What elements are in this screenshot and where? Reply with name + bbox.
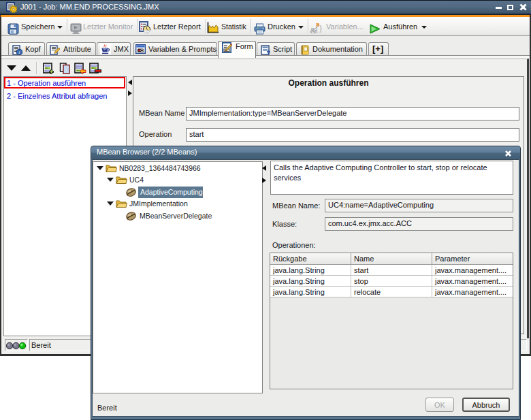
svg-text:abc: abc — [76, 69, 80, 72]
svg-text:abc: abc — [45, 67, 48, 69]
svg-text:abc: abc — [91, 67, 95, 69]
svg-text:i: i — [18, 50, 20, 55]
